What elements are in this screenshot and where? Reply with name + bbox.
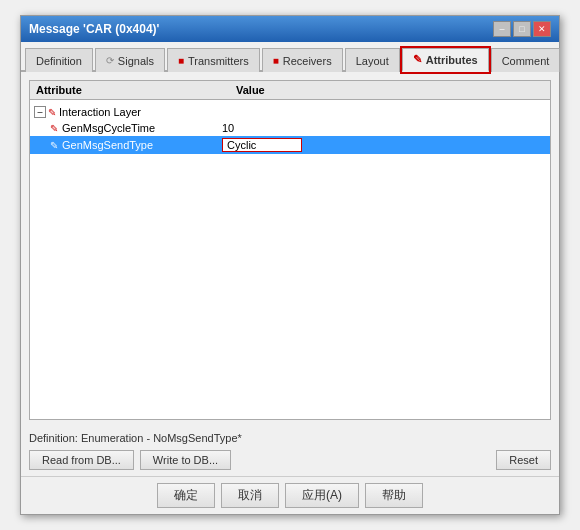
tree-row-send-type[interactable]: ✎ GenMsgSendType Cyclic [30, 136, 550, 154]
tab-attributes[interactable]: ✎ Attributes [402, 48, 489, 72]
row-cycle-time-value-text: 10 [222, 122, 234, 134]
title-controls: – □ ✕ [493, 21, 551, 37]
tab-receivers-label: Receivers [283, 55, 332, 67]
tab-attributes-label: Attributes [426, 54, 478, 66]
main-window: Message 'CAR (0x404)' – □ ✕ Definition ⟳… [20, 15, 560, 515]
tab-signals-label: Signals [118, 55, 154, 67]
row-cycle-time-value: 10 [222, 122, 546, 134]
help-button[interactable]: 帮助 [365, 483, 423, 508]
title-bar: Message 'CAR (0x404)' – □ ✕ [21, 16, 559, 42]
row-cycle-time-name: ✎ GenMsgCycleTime [50, 122, 222, 134]
col-value-header: Value [236, 84, 265, 96]
footer-bar: 确定 取消 应用(A) 帮助 [21, 476, 559, 514]
receivers-icon: ■ [273, 55, 279, 66]
tab-comment-label: Comment [502, 55, 550, 67]
tab-layout[interactable]: Layout [345, 48, 400, 72]
definition-label: Definition: [29, 432, 78, 444]
tree-group-row: – ✎ Interaction Layer [30, 104, 550, 120]
row-send-pencil-icon: ✎ [50, 140, 58, 151]
tab-transmitters-label: Transmitters [188, 55, 249, 67]
row-send-type-value-text[interactable]: Cyclic [222, 138, 302, 152]
window-title: Message 'CAR (0x404)' [29, 22, 159, 36]
tab-signals[interactable]: ⟳ Signals [95, 48, 165, 72]
transmitters-icon: ■ [178, 55, 184, 66]
close-button[interactable]: ✕ [533, 21, 551, 37]
ok-button[interactable]: 确定 [157, 483, 215, 508]
tab-layout-label: Layout [356, 55, 389, 67]
row-cycle-time-label: GenMsgCycleTime [62, 122, 155, 134]
read-from-db-button[interactable]: Read from DB... [29, 450, 134, 470]
signals-icon: ⟳ [106, 55, 114, 66]
group-name: Interaction Layer [59, 106, 141, 118]
attributes-pencil-icon: ✎ [413, 53, 422, 66]
tab-definition-label: Definition [36, 55, 82, 67]
tab-transmitters[interactable]: ■ Transmitters [167, 48, 260, 72]
row-send-type-label: GenMsgSendType [62, 139, 153, 151]
cancel-button[interactable]: 取消 [221, 483, 279, 508]
row-send-type-name: ✎ GenMsgSendType [50, 139, 222, 151]
tree-area: – ✎ Interaction Layer ✎ GenMsgCycleTime … [30, 100, 550, 158]
tab-comment[interactable]: Comment [491, 48, 561, 72]
row-cycle-pencil-icon: ✎ [50, 123, 58, 134]
write-to-db-button[interactable]: Write to DB... [140, 450, 231, 470]
apply-button[interactable]: 应用(A) [285, 483, 359, 508]
tab-receivers[interactable]: ■ Receivers [262, 48, 343, 72]
reset-button[interactable]: Reset [496, 450, 551, 470]
col-attribute-header: Attribute [36, 84, 236, 96]
expand-icon[interactable]: – [34, 106, 46, 118]
bottom-section: Definition: Enumeration - NoMsgSendType*… [21, 428, 559, 476]
definition-line: Definition: Enumeration - NoMsgSendType* [29, 432, 551, 444]
tab-definition[interactable]: Definition [25, 48, 93, 72]
tree-row-cycle-time[interactable]: ✎ GenMsgCycleTime 10 [30, 120, 550, 136]
minimize-button[interactable]: – [493, 21, 511, 37]
maximize-button[interactable]: □ [513, 21, 531, 37]
content-area: Attribute Value – ✎ Interaction Layer ✎ … [29, 80, 551, 420]
bottom-buttons: Read from DB... Write to DB... Reset [29, 450, 551, 470]
row-send-type-value[interactable]: Cyclic [222, 138, 546, 152]
table-header: Attribute Value [30, 81, 550, 100]
definition-value: Enumeration - NoMsgSendType* [81, 432, 242, 444]
tabs-bar: Definition ⟳ Signals ■ Transmitters ■ Re… [21, 42, 559, 72]
group-layer-icon: ✎ [48, 107, 56, 118]
